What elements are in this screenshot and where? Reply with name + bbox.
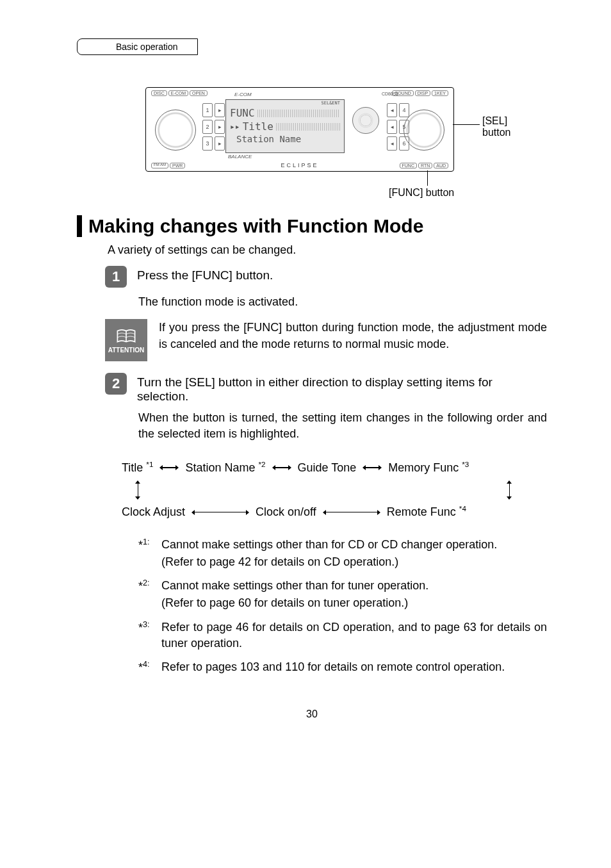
preset-col-left: 1▸ 2▸ 3▸: [202, 103, 225, 151]
rtn-button: RTN: [418, 163, 432, 168]
vertical-double-arrow-icon: [506, 480, 512, 500]
top-left-button-cluster: DISC E-COM OPEN: [151, 90, 208, 96]
double-arrow-icon: [159, 464, 179, 471]
step-number-badge: 2: [105, 373, 127, 395]
note-3-label: *3:: [138, 619, 158, 653]
func-button: FUNC: [400, 163, 417, 168]
step-1-body: The function mode is activated.: [138, 294, 547, 310]
sel-callout: [SEL] button: [482, 115, 510, 138]
preset-5: 5: [399, 120, 409, 134]
footnotes: *1: Cannot make settings other than for …: [138, 537, 547, 676]
flow-item-guide: Guide Tone: [298, 455, 357, 481]
open-button: OPEN: [190, 90, 208, 96]
callout-line-icon: [453, 124, 480, 125]
step-1: 1 Press the [FUNC] button.: [105, 266, 547, 288]
preset-6: 6: [399, 136, 409, 151]
ecom-button: E-COM: [168, 90, 188, 96]
play-arrow-icon: ▸: [215, 136, 225, 151]
top-right-button-cluster: SOUND DISP 1KEY: [392, 90, 448, 96]
one-key-button: 1KEY: [432, 90, 448, 96]
bottom-left-button-cluster: FM AM PWR: [151, 163, 185, 168]
brand-label: ECLIPSE: [281, 162, 318, 168]
preset-1: 1: [202, 103, 213, 117]
attention-block: ATTENTION If you press the [FUNC] button…: [105, 319, 547, 361]
func-callout: [FUNC] button: [389, 187, 454, 199]
play-arrow-icon: ▸: [215, 120, 225, 134]
pwr-button: PWR: [170, 163, 185, 168]
note-1-text-a: Cannot make settings other than for CD o…: [161, 537, 497, 553]
lcd-screen: SEL&ENT FUNC ▸▸Title Station Name: [225, 99, 345, 153]
preset-3: 3: [202, 136, 213, 151]
back-arrow-icon: ◂: [387, 136, 397, 151]
preset-4: 4: [399, 103, 409, 117]
screen-hatch: [276, 123, 340, 131]
disp-button: DISP: [415, 90, 430, 96]
note-2-label: *2:: [138, 578, 158, 612]
back-arrow-icon: ◂: [387, 103, 397, 117]
vertical-double-arrow-icon: [134, 480, 141, 500]
note-2-text-b: (Refer to page 60 for details on tuner o…: [161, 595, 428, 611]
double-arrow-icon: [191, 509, 249, 516]
breadcrumb: Basic operation: [77, 38, 198, 55]
double-arrow-icon: [323, 509, 380, 516]
section-heading: Making changes with Function Mode: [77, 215, 547, 237]
device-diagram: DISC E-COM OPEN SOUND DISP 1KEY 1▸ 2▸ 3▸…: [145, 87, 478, 196]
bottom-right-button-cluster: FUNC RTN AUD: [400, 163, 449, 168]
left-knob: [155, 110, 196, 151]
note-2-text-a: Cannot make settings other than for tune…: [161, 578, 428, 594]
right-knob-sel: [403, 110, 444, 151]
note-4-text: Refer to pages 103 and 110 for details o…: [161, 659, 505, 675]
note-3-text: Refer to page 46 for details on CD opera…: [161, 619, 547, 651]
balance-label: BALANCE: [228, 154, 252, 160]
flow-item-title: Title *1: [122, 455, 153, 481]
double-arrow-icon: [272, 464, 291, 471]
page-number: 30: [77, 708, 547, 720]
flow-item-clock-adjust: Clock Adjust: [122, 500, 185, 525]
disc-button: DISC: [151, 90, 167, 96]
sel-ent-tag: SEL&ENT: [230, 101, 340, 106]
screen-title-label: Title: [243, 120, 273, 133]
aud-button: AUD: [434, 163, 448, 168]
step-number-badge: 1: [105, 266, 127, 288]
preset-col-right: ◂4 ◂5 ◂6: [387, 103, 409, 151]
step-2-body: When the button is turned, the setting i…: [138, 410, 547, 442]
model-label: CD8053: [382, 92, 398, 96]
note-1-label: *1:: [138, 537, 158, 571]
callout-line-icon: [427, 170, 428, 186]
attention-badge: ATTENTION: [105, 319, 147, 361]
double-arrow-icon: [363, 464, 382, 471]
flow-item-station: Station Name *2: [185, 455, 265, 481]
play-arrow-icon: ▸: [215, 103, 225, 117]
preset-2: 2: [202, 120, 213, 134]
attention-label: ATTENTION: [108, 347, 144, 354]
note-1-text-b: (Refer to page 42 for details on CD oper…: [161, 554, 497, 570]
screen-hatch: [257, 110, 340, 117]
fm-am-button: FM AM: [151, 163, 168, 168]
disc-icon: [352, 107, 379, 134]
screen-station-label: Station Name: [236, 134, 301, 144]
flow-item-memory: Memory Func *3: [388, 455, 469, 481]
screen-func-label: FUNC: [230, 107, 255, 119]
flow-item-clock-onoff: Clock on/off: [256, 500, 316, 525]
step-1-title: Press the [FUNC] button.: [137, 266, 273, 288]
note-4-label: *4:: [138, 659, 158, 676]
intro-text: A variety of settings can be changed.: [108, 243, 547, 257]
attention-text: If you press the [FUNC] button during fu…: [159, 319, 547, 352]
ecom-label: E-COM: [234, 92, 252, 97]
flow-item-remote: Remote Func *4: [387, 500, 466, 525]
flow-diagram: Title *1 Station Name *2 Guide Tone Memo…: [122, 455, 547, 525]
back-arrow-icon: ◂: [387, 120, 397, 134]
book-icon: [115, 327, 137, 347]
step-2-title: Turn the [SEL] button in either directio…: [137, 373, 547, 404]
cursor-icon: ▸▸: [230, 122, 240, 131]
stereo-faceplate: DISC E-COM OPEN SOUND DISP 1KEY 1▸ 2▸ 3▸…: [145, 87, 454, 172]
step-2: 2 Turn the [SEL] button in either direct…: [105, 373, 547, 404]
